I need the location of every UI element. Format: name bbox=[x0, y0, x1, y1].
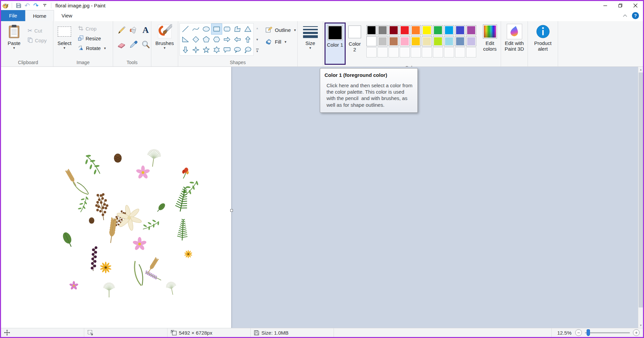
help-button[interactable]: ? bbox=[632, 12, 639, 19]
undo-button[interactable]: ↶ bbox=[23, 2, 32, 10]
shape-polygon[interactable] bbox=[232, 24, 243, 34]
shape-rounded-rectangle[interactable] bbox=[222, 24, 232, 34]
save-button[interactable] bbox=[14, 2, 23, 10]
zoom-slider[interactable] bbox=[585, 329, 630, 336]
scroll-down-arrow[interactable]: ▼ bbox=[638, 323, 643, 328]
shape-rectangle[interactable] bbox=[211, 24, 222, 34]
paste-button[interactable]: Paste ▼ bbox=[4, 22, 24, 49]
collapse-ribbon-button[interactable] bbox=[623, 14, 627, 17]
shape-arrow-down[interactable] bbox=[180, 45, 191, 55]
shape-star-6[interactable] bbox=[211, 45, 222, 55]
palette-swatch-1-3[interactable] bbox=[400, 36, 410, 46]
shape-arrow-right[interactable] bbox=[222, 34, 232, 45]
shape-pentagon[interactable] bbox=[201, 34, 211, 45]
outline-button[interactable]: Outline ▼ bbox=[264, 25, 298, 35]
drawing-canvas[interactable] bbox=[1, 67, 232, 328]
palette-empty-slot-9[interactable] bbox=[466, 47, 476, 57]
color2-button[interactable]: Color 2 bbox=[346, 22, 364, 52]
palette-swatch-1-1[interactable] bbox=[378, 36, 388, 46]
shape-right-triangle[interactable] bbox=[180, 34, 191, 45]
shapes-scroll-up-button[interactable]: ▲ bbox=[255, 23, 260, 33]
shape-callout-rounded[interactable] bbox=[222, 45, 232, 55]
canvas-resize-handle-right[interactable] bbox=[230, 209, 233, 212]
palette-empty-slot-7[interactable] bbox=[444, 47, 454, 57]
shape-ellipse[interactable] bbox=[201, 24, 211, 34]
resize-button[interactable]: Resize bbox=[76, 34, 108, 43]
quick-access-menu-button[interactable]: ▾ bbox=[40, 2, 49, 10]
palette-swatch-0-5[interactable] bbox=[422, 25, 432, 35]
shapes-more-button[interactable]: ▼ bbox=[255, 46, 260, 56]
redo-button[interactable]: ↷ bbox=[32, 2, 40, 10]
tab-home[interactable]: Home bbox=[25, 10, 54, 21]
shape-diamond[interactable] bbox=[191, 34, 201, 45]
shape-curve[interactable] bbox=[191, 24, 201, 34]
cut-button[interactable]: ✂ Cut bbox=[26, 26, 48, 36]
palette-swatch-1-6[interactable] bbox=[433, 36, 443, 46]
scroll-up-arrow[interactable]: ▲ bbox=[638, 67, 643, 72]
eraser-tool-button[interactable] bbox=[116, 38, 127, 51]
close-button[interactable] bbox=[628, 1, 643, 10]
palette-swatch-0-9[interactable] bbox=[466, 25, 476, 35]
palette-swatch-0-6[interactable] bbox=[433, 25, 443, 35]
color1-button[interactable]: Color 1 bbox=[325, 22, 346, 65]
fill-button[interactable]: Fill ▼ bbox=[264, 37, 298, 47]
palette-empty-slot-8[interactable] bbox=[455, 47, 465, 57]
palette-swatch-0-4[interactable] bbox=[411, 25, 421, 35]
palette-empty-slot-5[interactable] bbox=[422, 47, 432, 57]
palette-swatch-1-5[interactable] bbox=[422, 36, 432, 46]
shape-star-5[interactable] bbox=[201, 45, 211, 55]
palette-empty-slot-3[interactable] bbox=[400, 47, 410, 57]
fill-tool-button[interactable] bbox=[128, 24, 139, 37]
crop-button[interactable]: Crop bbox=[76, 24, 108, 34]
size-button[interactable]: Size ▼ bbox=[299, 22, 321, 49]
chevron-down-icon: ▼ bbox=[163, 47, 166, 49]
palette-swatch-0-7[interactable] bbox=[444, 25, 454, 35]
shape-arrow-left[interactable] bbox=[232, 34, 243, 45]
palette-empty-slot-6[interactable] bbox=[433, 47, 443, 57]
shape-line[interactable] bbox=[180, 24, 191, 34]
edit-colors-button[interactable]: Edit colors bbox=[480, 22, 499, 52]
palette-swatch-1-7[interactable] bbox=[444, 36, 454, 46]
palette-swatch-1-9[interactable] bbox=[466, 36, 476, 46]
palette-swatch-0-2[interactable] bbox=[389, 25, 399, 35]
minimize-button[interactable] bbox=[598, 1, 613, 10]
zoom-slider-track[interactable] bbox=[585, 332, 630, 333]
tab-view[interactable]: View bbox=[54, 10, 80, 21]
palette-empty-slot-4[interactable] bbox=[411, 47, 421, 57]
scrollbar-thumb[interactable] bbox=[639, 73, 643, 307]
palette-swatch-1-0[interactable] bbox=[366, 36, 377, 46]
shape-star-4[interactable] bbox=[191, 45, 201, 55]
magnifier-tool-button[interactable] bbox=[140, 38, 151, 51]
zoom-slider-thumb[interactable] bbox=[587, 329, 590, 336]
palette-swatch-0-1[interactable] bbox=[378, 25, 388, 35]
palette-empty-slot-2[interactable] bbox=[389, 47, 399, 57]
product-alert-button[interactable]: Product alert bbox=[530, 22, 556, 52]
palette-swatch-0-3[interactable] bbox=[400, 25, 410, 35]
zoom-in-button[interactable]: + bbox=[633, 329, 640, 336]
vertical-scrollbar[interactable]: ▲ ▼ bbox=[638, 67, 643, 328]
rotate-button[interactable]: Rotate ▼ bbox=[76, 43, 108, 53]
pencil-tool-button[interactable] bbox=[116, 24, 127, 37]
restore-button[interactable] bbox=[613, 1, 628, 10]
palette-swatch-1-2[interactable] bbox=[389, 36, 399, 46]
select-button[interactable]: Select ▼ bbox=[55, 22, 74, 49]
shape-callout-cloud[interactable] bbox=[243, 45, 253, 55]
shape-triangle[interactable] bbox=[243, 24, 253, 34]
palette-empty-slot-0[interactable] bbox=[366, 47, 377, 57]
brushes-button[interactable]: Brushes ▼ bbox=[153, 22, 177, 49]
edit-with-paint3d-button[interactable]: Edit with Paint 3D bbox=[502, 22, 527, 52]
palette-swatch-1-8[interactable] bbox=[455, 36, 465, 46]
palette-empty-slot-1[interactable] bbox=[378, 47, 388, 57]
shape-callout-oval[interactable] bbox=[232, 45, 243, 55]
tab-file[interactable]: File bbox=[1, 10, 25, 21]
palette-swatch-0-0[interactable] bbox=[366, 25, 377, 35]
copy-button[interactable]: Copy bbox=[26, 36, 48, 45]
shape-hexagon[interactable] bbox=[211, 34, 222, 45]
color-picker-tool-button[interactable] bbox=[128, 38, 139, 51]
shape-arrow-up[interactable] bbox=[243, 34, 253, 45]
shapes-scroll-down-button[interactable]: ▼ bbox=[255, 35, 260, 44]
palette-swatch-1-4[interactable] bbox=[411, 36, 421, 46]
text-tool-button[interactable]: A bbox=[140, 24, 151, 37]
zoom-out-button[interactable]: − bbox=[575, 329, 582, 336]
palette-swatch-0-8[interactable] bbox=[455, 25, 465, 35]
